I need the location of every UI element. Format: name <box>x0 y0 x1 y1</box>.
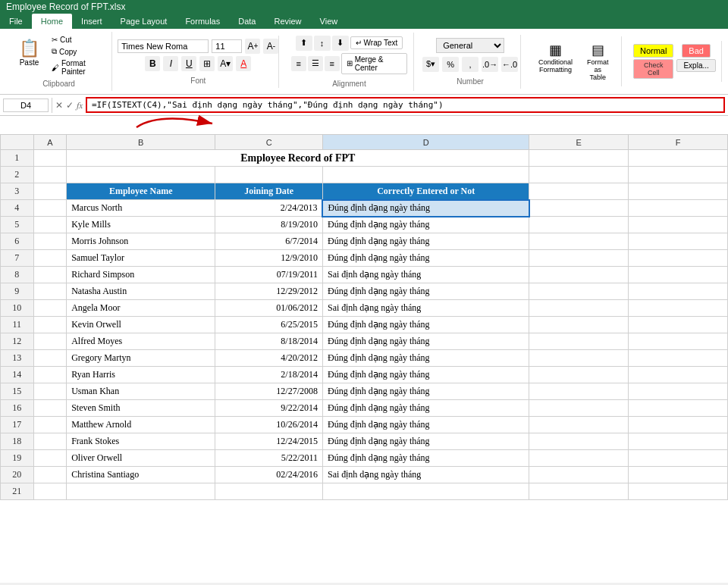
cell-a15[interactable] <box>33 383 67 400</box>
cell-f20[interactable] <box>629 467 728 483</box>
cell-e10[interactable] <box>529 300 629 317</box>
cell-e1[interactable] <box>529 150 629 167</box>
row-header-7[interactable]: 7 <box>1 250 34 267</box>
cell-f8[interactable] <box>629 267 728 283</box>
cell-a9[interactable] <box>33 283 67 300</box>
cell-b18[interactable]: Frank Stokes <box>67 433 215 450</box>
font-name-input[interactable] <box>118 39 209 53</box>
cell-c3-header[interactable]: Joining Date <box>215 183 323 200</box>
row-header-20[interactable]: 20 <box>1 467 34 483</box>
confirm-icon[interactable]: ✓ <box>66 100 74 111</box>
cell-c6[interactable]: 6/7/2014 <box>215 233 323 250</box>
cell-e21[interactable] <box>529 483 629 500</box>
cell-f17[interactable] <box>629 417 728 433</box>
cell-b19[interactable]: Oliver Orwell <box>67 450 215 467</box>
cell-c20[interactable]: 02/24/2016 <box>215 467 323 483</box>
cell-c5[interactable]: 8/19/2010 <box>215 217 323 233</box>
paste-button[interactable]: 📋 Paste <box>12 35 46 70</box>
cell-a10[interactable] <box>33 300 67 317</box>
align-middle-button[interactable]: ↕ <box>314 36 331 51</box>
cell-e3[interactable] <box>529 183 629 200</box>
number-format-select[interactable]: General <box>436 38 504 53</box>
cell-c9[interactable]: 12/29/2012 <box>215 283 323 300</box>
cut-button[interactable]: ✂ Cut <box>49 35 105 45</box>
cell-e2[interactable] <box>529 167 629 183</box>
cell-f16[interactable] <box>629 400 728 417</box>
row-header-19[interactable]: 19 <box>1 450 34 467</box>
tab-data[interactable]: Data <box>229 14 265 29</box>
cancel-icon[interactable]: ✕ <box>55 100 63 111</box>
cell-a6[interactable] <box>33 233 67 250</box>
check-cell-button[interactable]: Check Cell <box>633 59 673 79</box>
cell-a11[interactable] <box>33 317 67 333</box>
row-header-1[interactable]: 1 <box>1 150 34 167</box>
cell-f9[interactable] <box>629 283 728 300</box>
cell-b12[interactable]: Alfred Moyes <box>67 333 215 350</box>
cell-b15[interactable]: Usman Khan <box>67 383 215 400</box>
cell-b10[interactable]: Angela Moor <box>67 300 215 317</box>
cell-b16[interactable]: Steven Smith <box>67 400 215 417</box>
row-header-3[interactable]: 3 <box>1 183 34 200</box>
col-header-f[interactable]: F <box>629 135 728 150</box>
copy-button[interactable]: ⧉ Copy <box>49 46 105 57</box>
cell-f10[interactable] <box>629 300 728 317</box>
cell-f4[interactable] <box>629 200 728 217</box>
cell-b14[interactable]: Ryan Harris <box>67 367 215 383</box>
cell-reference-input[interactable] <box>3 99 49 112</box>
cell-a5[interactable] <box>33 217 67 233</box>
cell-f5[interactable] <box>629 217 728 233</box>
tab-review[interactable]: Review <box>265 14 310 29</box>
cell-c10[interactable]: 01/06/2012 <box>215 300 323 317</box>
row-header-4[interactable]: 4 <box>1 200 34 217</box>
align-left-button[interactable]: ≡ <box>291 56 306 71</box>
cell-f12[interactable] <box>629 333 728 350</box>
row-header-8[interactable]: 8 <box>1 267 34 283</box>
row-header-11[interactable]: 11 <box>1 317 34 333</box>
cell-d17[interactable]: Đúng định dạng ngày tháng <box>322 417 529 433</box>
col-header-e[interactable]: E <box>529 135 629 150</box>
fill-color-button[interactable]: A▾ <box>218 56 233 71</box>
cell-d16[interactable]: Đúng định dạng ngày tháng <box>322 400 529 417</box>
col-header-a[interactable]: A <box>33 135 67 150</box>
cell-e8[interactable] <box>529 267 629 283</box>
font-decrease-button[interactable]: A- <box>263 39 278 54</box>
cell-a18[interactable] <box>33 433 67 450</box>
cell-d18[interactable]: Đúng định dạng ngày tháng <box>322 433 529 450</box>
bold-button[interactable]: B <box>145 56 160 71</box>
cell-d19[interactable]: Đúng định dạng ngày tháng <box>322 450 529 467</box>
cell-a21[interactable] <box>33 483 67 500</box>
row-header-15[interactable]: 15 <box>1 383 34 400</box>
row-header-16[interactable]: 16 <box>1 400 34 417</box>
cell-b4[interactable]: Marcus North <box>67 200 215 217</box>
bad-button[interactable]: Bad <box>682 44 711 58</box>
cell-c16[interactable]: 9/22/2014 <box>215 400 323 417</box>
italic-button[interactable]: I <box>163 56 178 71</box>
cell-b6[interactable]: Morris Johnson <box>67 233 215 250</box>
cell-e12[interactable] <box>529 333 629 350</box>
cell-d10[interactable]: Sai định dạng ngày tháng <box>322 300 529 317</box>
cell-e19[interactable] <box>529 450 629 467</box>
cell-d8[interactable]: Sai định dạng ngày tháng <box>322 267 529 283</box>
cell-a1[interactable] <box>33 150 67 167</box>
cell-b8[interactable]: Richard Simpson <box>67 267 215 283</box>
cell-f3[interactable] <box>629 183 728 200</box>
cell-c7[interactable]: 12/9/2010 <box>215 250 323 267</box>
cell-a12[interactable] <box>33 333 67 350</box>
row-header-5[interactable]: 5 <box>1 217 34 233</box>
cell-d13[interactable]: Đúng định dạng ngày tháng <box>322 350 529 367</box>
cell-a13[interactable] <box>33 350 67 367</box>
format-as-table-button[interactable]: ▤ Format asTable <box>581 39 615 83</box>
row-header-14[interactable]: 14 <box>1 367 34 383</box>
cell-a14[interactable] <box>33 367 67 383</box>
cell-c19[interactable]: 5/22/2011 <box>215 450 323 467</box>
cell-a4[interactable] <box>33 200 67 217</box>
cell-a7[interactable] <box>33 250 67 267</box>
border-button[interactable]: ⊞ <box>199 56 215 71</box>
align-top-button[interactable]: ⬆ <box>296 36 312 51</box>
row-header-12[interactable]: 12 <box>1 333 34 350</box>
cell-a2[interactable] <box>33 167 67 183</box>
cell-f13[interactable] <box>629 350 728 367</box>
cell-d15[interactable]: Đúng định dạng ngày tháng <box>322 383 529 400</box>
cell-f7[interactable] <box>629 250 728 267</box>
cell-a20[interactable] <box>33 467 67 483</box>
